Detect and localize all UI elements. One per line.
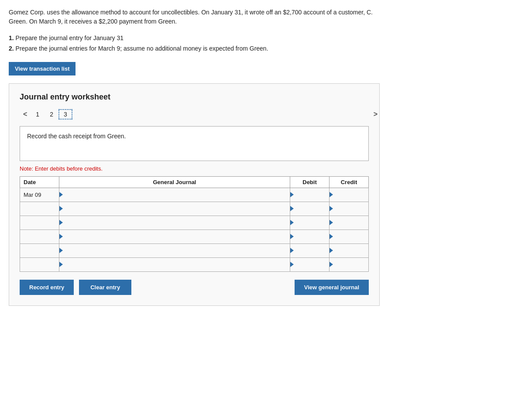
date-cell-1 bbox=[20, 202, 59, 216]
debit-cell-4[interactable] bbox=[290, 243, 329, 257]
date-cell-2 bbox=[20, 216, 59, 230]
date-cell-3 bbox=[20, 230, 59, 243]
intro-line1: Gomez Corp. uses the allowance method to… bbox=[9, 9, 373, 16]
journal-input-3[interactable] bbox=[59, 230, 290, 243]
instruction-1-bold: 1. bbox=[9, 34, 14, 41]
credit-cell-5[interactable] bbox=[329, 257, 369, 271]
credit-input-4[interactable] bbox=[329, 244, 368, 257]
button-row: Record entry Clear entry View general jo… bbox=[20, 280, 369, 295]
tab-3[interactable]: 3 bbox=[58, 109, 72, 120]
debit-cell-3[interactable] bbox=[290, 230, 329, 243]
credit-cell-0[interactable] bbox=[329, 188, 369, 202]
credit-indicator-1 bbox=[329, 206, 333, 211]
journal-indicator-1 bbox=[59, 206, 63, 211]
debit-cell-2[interactable] bbox=[290, 216, 329, 230]
credit-indicator-4 bbox=[329, 248, 333, 253]
journal-indicator-5 bbox=[59, 262, 63, 267]
debit-indicator-5 bbox=[290, 262, 294, 267]
instruction-1: 1. Prepare the journal entry for January… bbox=[9, 33, 523, 44]
table-row bbox=[20, 216, 369, 230]
journal-cell-1[interactable] bbox=[59, 202, 290, 216]
debit-input-3[interactable] bbox=[290, 230, 329, 243]
debit-indicator-0 bbox=[290, 192, 294, 197]
tab-next-arrow[interactable]: > bbox=[370, 109, 381, 120]
journal-input-5[interactable] bbox=[59, 258, 290, 271]
instruction-2-text: Prepare the journal entries for March 9;… bbox=[14, 45, 268, 52]
intro-line2: Green. On March 9, it receives a $2,200 … bbox=[9, 18, 177, 25]
date-cell-0: Mar 09 bbox=[20, 188, 59, 202]
journal-table: Date General Journal Debit Credit Mar 09 bbox=[20, 176, 369, 272]
view-transaction-list-button[interactable]: View transaction list bbox=[9, 62, 76, 75]
tab-navigation: < 1 2 3 > bbox=[20, 109, 369, 120]
journal-input-4[interactable] bbox=[59, 244, 290, 257]
credit-indicator-3 bbox=[329, 234, 333, 239]
instruction-1-text: Prepare the journal entry for January 31 bbox=[14, 34, 124, 41]
debit-input-1[interactable] bbox=[290, 202, 329, 216]
journal-indicator-2 bbox=[59, 220, 63, 225]
instructions-block: 1. Prepare the journal entry for January… bbox=[9, 33, 523, 54]
debit-indicator-4 bbox=[290, 248, 294, 253]
table-row bbox=[20, 243, 369, 257]
journal-cell-0[interactable] bbox=[59, 188, 290, 202]
debit-cell-1[interactable] bbox=[290, 202, 329, 216]
credit-indicator-0 bbox=[329, 192, 333, 197]
credit-cell-1[interactable] bbox=[329, 202, 369, 216]
instruction-box-text: Record the cash receipt from Green. bbox=[27, 133, 126, 140]
credit-input-1[interactable] bbox=[329, 202, 368, 216]
clear-entry-button[interactable]: Clear entry bbox=[79, 280, 131, 295]
date-cell-5 bbox=[20, 257, 59, 271]
col-header-journal: General Journal bbox=[59, 176, 290, 188]
col-header-date: Date bbox=[20, 176, 59, 188]
table-row: Mar 09 bbox=[20, 188, 369, 202]
journal-indicator-0 bbox=[59, 192, 63, 197]
debit-input-2[interactable] bbox=[290, 216, 329, 230]
tab-prev-arrow[interactable]: < bbox=[20, 109, 31, 120]
journal-cell-5[interactable] bbox=[59, 257, 290, 271]
credit-cell-3[interactable] bbox=[329, 230, 369, 243]
credit-cell-2[interactable] bbox=[329, 216, 369, 230]
journal-input-0[interactable] bbox=[59, 188, 290, 202]
credit-input-5[interactable] bbox=[329, 258, 368, 271]
table-row bbox=[20, 202, 369, 216]
credit-indicator-5 bbox=[329, 262, 333, 267]
journal-input-2[interactable] bbox=[59, 216, 290, 230]
credit-cell-4[interactable] bbox=[329, 243, 369, 257]
instruction-2-bold: 2. bbox=[9, 45, 14, 52]
worksheet-title: Journal entry worksheet bbox=[20, 93, 369, 102]
tab-2[interactable]: 2 bbox=[45, 109, 58, 120]
debit-indicator-2 bbox=[290, 220, 294, 225]
view-general-journal-button[interactable]: View general journal bbox=[295, 280, 369, 295]
debit-indicator-1 bbox=[290, 206, 294, 211]
credit-input-3[interactable] bbox=[329, 230, 368, 243]
worksheet-container: Journal entry worksheet < 1 2 3 > Record… bbox=[9, 83, 380, 306]
instruction-box: Record the cash receipt from Green. bbox=[20, 126, 369, 161]
journal-cell-3[interactable] bbox=[59, 230, 290, 243]
journal-input-1[interactable] bbox=[59, 202, 290, 216]
credit-input-2[interactable] bbox=[329, 216, 368, 230]
debit-indicator-3 bbox=[290, 234, 294, 239]
date-cell-4 bbox=[20, 243, 59, 257]
col-header-credit: Credit bbox=[329, 176, 369, 188]
credit-indicator-2 bbox=[329, 220, 333, 225]
instruction-2: 2. Prepare the journal entries for March… bbox=[9, 44, 523, 54]
table-row bbox=[20, 257, 369, 271]
credit-input-0[interactable] bbox=[329, 188, 368, 202]
journal-cell-2[interactable] bbox=[59, 216, 290, 230]
record-entry-button[interactable]: Record entry bbox=[20, 280, 74, 295]
note-text: Note: Enter debits before credits. bbox=[20, 165, 369, 172]
table-row bbox=[20, 230, 369, 243]
col-header-debit: Debit bbox=[290, 176, 329, 188]
debit-cell-0[interactable] bbox=[290, 188, 329, 202]
debit-input-5[interactable] bbox=[290, 258, 329, 271]
debit-input-4[interactable] bbox=[290, 244, 329, 257]
tab-1[interactable]: 1 bbox=[31, 109, 45, 120]
journal-cell-4[interactable] bbox=[59, 243, 290, 257]
debit-input-0[interactable] bbox=[290, 188, 329, 202]
journal-indicator-4 bbox=[59, 248, 63, 253]
intro-paragraph: Gomez Corp. uses the allowance method to… bbox=[9, 8, 511, 26]
debit-cell-5[interactable] bbox=[290, 257, 329, 271]
journal-indicator-3 bbox=[59, 234, 63, 239]
